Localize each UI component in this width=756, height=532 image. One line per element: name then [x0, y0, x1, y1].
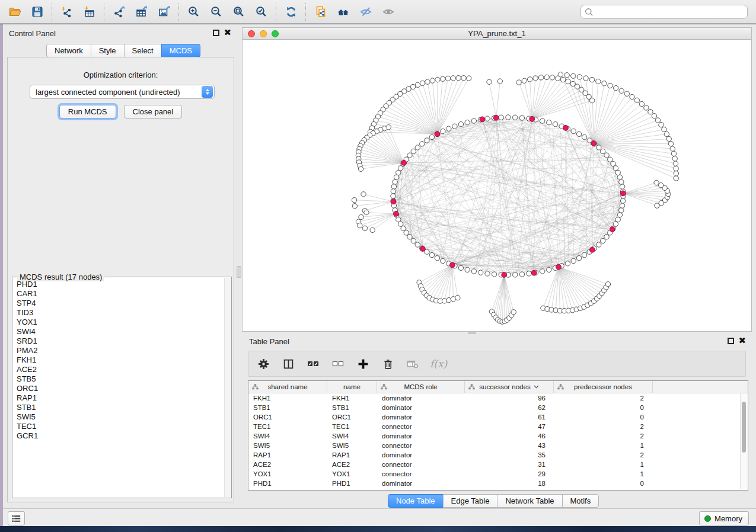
mcds-result-item[interactable]: SWI4	[12, 327, 225, 336]
zoom-in-button[interactable]	[183, 2, 205, 21]
mcds-result-item[interactable]: TID3	[12, 308, 225, 318]
function-builder-button[interactable]: f(x)	[430, 358, 447, 370]
table-row[interactable]: SWI5SWI5connector431	[248, 441, 748, 450]
run-mcds-button[interactable]: Run MCDS	[59, 105, 116, 118]
table-scrollbar-thumb[interactable]	[742, 402, 746, 453]
open-folder-icon	[8, 5, 21, 18]
first-neighbors-button[interactable]	[332, 2, 355, 21]
table-cell: 35	[465, 451, 554, 459]
vertical-splitter-grip[interactable]	[237, 266, 241, 278]
select-all-columns-button[interactable]	[305, 354, 321, 373]
optimization-criterion-select[interactable]: largest connected component (undirected)	[30, 85, 215, 99]
table-settings-button[interactable]	[256, 354, 271, 373]
mcds-tab-content: Optimization criterion: largest connecte…	[7, 57, 234, 502]
table-panel-tabs: Node TableEdge TableNetwork TableMotifs	[388, 494, 599, 508]
table-tab-node-table[interactable]: Node Table	[388, 494, 444, 508]
mcds-result-item[interactable]: PMA2	[12, 346, 225, 355]
hide-selected-button[interactable]	[355, 2, 377, 21]
search-icon	[585, 8, 594, 17]
network-window-titlebar[interactable]: YPA_prune.txt_1	[243, 28, 751, 40]
table-cell: YOX1	[327, 470, 377, 477]
zoom-fit-button[interactable]	[228, 2, 250, 21]
table-cell: 18	[465, 480, 554, 487]
checked-boxes-icon	[307, 359, 319, 368]
mcds-result-item[interactable]: STP4	[12, 299, 225, 308]
mcds-result-item[interactable]: RAP1	[12, 393, 225, 403]
horizontal-splitter-grip[interactable]	[468, 332, 476, 334]
mcds-result-item[interactable]: CAR1	[12, 289, 225, 299]
show-column-panel-button[interactable]	[280, 354, 296, 373]
tab-network[interactable]: Network	[46, 44, 91, 57]
mcds-result-item[interactable]: ACE2	[12, 365, 225, 374]
import-table-button[interactable]	[78, 2, 101, 21]
column-header-predecessor-nodes[interactable]: predecessor nodes	[554, 381, 653, 393]
mcds-result-item[interactable]: GCR1	[12, 431, 225, 441]
plus-icon	[358, 358, 369, 370]
zoom-selected-button[interactable]	[250, 2, 273, 21]
export-table-button[interactable]	[130, 2, 153, 21]
close-table-panel-icon[interactable]: ✖	[738, 335, 746, 346]
show-all-button[interactable]	[377, 2, 400, 21]
table-tab-network-table[interactable]: Network Table	[497, 494, 562, 508]
column-header-name[interactable]: name	[327, 381, 377, 393]
column-header-shared-name[interactable]: shared name	[248, 381, 327, 393]
tab-select[interactable]: Select	[124, 44, 162, 57]
delete-column-button[interactable]	[380, 354, 395, 373]
mcds-result-list[interactable]: PHD1CAR1STP4TID3YOX1SWI4SRD1PMA2FKH1ACE2…	[12, 280, 225, 496]
network-graph[interactable]	[243, 40, 751, 331]
mcds-result-item[interactable]: STB5	[12, 374, 225, 384]
import-network-button[interactable]	[56, 2, 78, 21]
mcds-result-item[interactable]: YOX1	[12, 318, 225, 327]
table-cell: 2	[554, 432, 653, 440]
table-row[interactable]: ORC1ORC1dominator610	[248, 412, 748, 422]
delete-table-button[interactable]	[405, 354, 420, 373]
table-row[interactable]: FKH1FKH1dominator962	[248, 393, 748, 403]
open-file-button[interactable]	[4, 2, 26, 21]
memory-button[interactable]: Memory	[699, 511, 749, 525]
mcds-result-item[interactable]: FKH1	[12, 355, 225, 365]
table-cell: ORC1	[248, 414, 327, 421]
table-row[interactable]: PHD1PHD1dominator180	[248, 479, 748, 488]
mcds-result-item[interactable]: STB1	[12, 403, 225, 412]
duplicate-network-button[interactable]	[310, 2, 332, 21]
mcds-result-item[interactable]: SRD1	[12, 336, 225, 346]
table-row[interactable]: SWI4SWI4dominator462	[248, 431, 748, 441]
save-session-button[interactable]	[26, 2, 49, 21]
table-scrollbar[interactable]	[740, 393, 747, 489]
result-scrollbar[interactable]	[224, 278, 231, 497]
search-input[interactable]	[580, 5, 748, 19]
mcds-result-item[interactable]: ORC1	[12, 384, 225, 393]
unselect-all-columns-button[interactable]	[330, 354, 346, 373]
float-table-panel-icon[interactable]	[728, 338, 734, 344]
table-cell: connector	[377, 461, 465, 468]
mcds-result-item[interactable]: PHD1	[12, 280, 225, 289]
table-row[interactable]: ACE2ACE2connector311	[248, 460, 748, 469]
table-row[interactable]: STB1STB1dominator620	[248, 403, 748, 412]
close-panel-icon[interactable]: ✖	[224, 27, 231, 38]
table-row[interactable]: RAP1RAP1dominator352	[248, 450, 748, 460]
tab-mcds[interactable]: MCDS	[161, 44, 200, 57]
table-cell: connector	[377, 470, 465, 477]
table-cell: 1	[554, 470, 653, 477]
unchecked-boxes-icon	[332, 359, 344, 368]
float-panel-icon[interactable]	[213, 30, 219, 36]
export-image-button[interactable]	[153, 2, 176, 21]
close-panel-button[interactable]: Close panel	[124, 105, 183, 118]
mcds-result-item[interactable]: TEC1	[12, 422, 225, 431]
search-container	[580, 5, 748, 19]
task-history-button[interactable]	[8, 511, 25, 525]
column-header-MCDS-role[interactable]: MCDS role	[377, 381, 465, 393]
table-row[interactable]: TEC1TEC1connector472	[248, 422, 748, 431]
column-header-successor-nodes[interactable]: successor nodes	[465, 381, 554, 393]
houses-icon	[337, 5, 350, 18]
table-tab-motifs[interactable]: Motifs	[562, 494, 599, 508]
create-column-button[interactable]	[355, 354, 371, 373]
table-cell: dominator	[377, 414, 465, 421]
tab-style[interactable]: Style	[91, 44, 125, 57]
mcds-result-item[interactable]: SWI5	[12, 412, 225, 422]
zoom-out-button[interactable]	[205, 2, 228, 21]
table-row[interactable]: YOX1YOX1connector291	[248, 469, 748, 479]
export-network-button[interactable]	[108, 2, 130, 21]
table-tab-edge-table[interactable]: Edge Table	[443, 494, 498, 508]
refresh-button[interactable]	[280, 2, 302, 21]
